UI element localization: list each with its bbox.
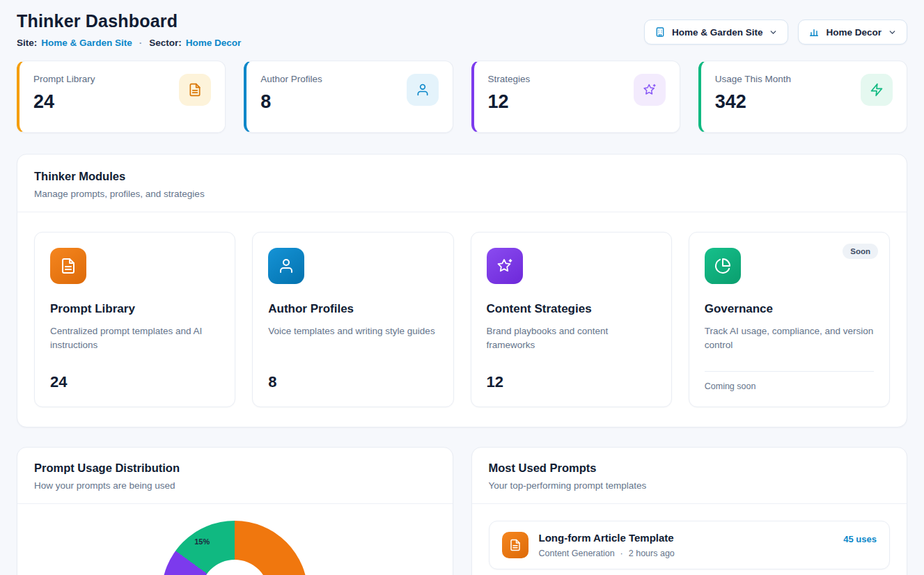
module-description: Centralized prompt templates and AI inst…: [50, 324, 219, 353]
bar-chart-icon: [808, 26, 820, 38]
pie-chart-icon: [705, 248, 741, 284]
stat-cards-row: Prompt Library 24 Author Profiles 8 Stra…: [17, 61, 907, 133]
divider: [705, 371, 874, 372]
module-count: 24: [50, 373, 219, 391]
sparkle-star-icon: [634, 74, 666, 106]
modules-subtitle: Manage prompts, profiles, and strategies: [34, 189, 890, 199]
stat-value: 24: [33, 91, 95, 113]
stat-value: 8: [260, 91, 322, 113]
chevron-down-icon: [888, 28, 897, 37]
sector-label: Sector:: [149, 38, 182, 48]
lightning-icon: [861, 74, 893, 106]
divider: [472, 503, 907, 504]
header: Thinker Dashboard Site: Home & Garden Si…: [17, 11, 907, 48]
stat-label: Prompt Library: [33, 74, 95, 84]
stat-label: Author Profiles: [260, 74, 322, 84]
stat-card-prompt-library: Prompt Library 24: [17, 61, 226, 133]
stat-card-strategies: Strategies 12: [471, 61, 680, 133]
site-selector-button[interactable]: Home & Garden Site: [644, 19, 789, 45]
user-icon: [407, 74, 439, 106]
module-title: Governance: [705, 302, 874, 316]
breadcrumb-separator: ·: [139, 38, 143, 48]
site-selector-label: Home & Garden Site: [672, 27, 763, 38]
modules-title: Thinker Modules: [34, 170, 890, 183]
building-icon: [655, 26, 666, 38]
user-icon: [268, 248, 304, 284]
thinker-modules-section: Thinker Modules Manage prompts, profiles…: [17, 154, 907, 427]
prompts-panel-title: Most Used Prompts: [489, 462, 891, 475]
stat-text: Usage This Month 342: [715, 74, 791, 120]
donut-chart-wrap: 15%: [162, 521, 308, 575]
sparkle-star-icon: [487, 248, 523, 284]
stat-text: Strategies 12: [488, 74, 531, 120]
soon-badge: Soon: [843, 244, 878, 259]
stat-value: 12: [488, 91, 531, 113]
coming-soon-text: Coming soon: [705, 381, 874, 391]
page-title: Thinker Dashboard: [17, 11, 241, 31]
chevron-down-icon: [769, 28, 778, 37]
breadcrumb: Site: Home & Garden Site · Sector: Home …: [17, 38, 241, 48]
prompt-item-category: Content Generation: [539, 549, 615, 558]
document-icon: [50, 248, 86, 284]
stat-label: Usage This Month: [715, 74, 791, 84]
prompt-usage-panel: Prompt Usage Distribution How your promp…: [17, 447, 453, 575]
header-selectors: Home & Garden Site Home Decor: [644, 19, 907, 45]
stat-text: Prompt Library 24: [33, 74, 95, 120]
stat-value: 342: [715, 91, 791, 113]
donut-slice-label: 15%: [194, 537, 210, 546]
most-used-prompts-panel: Most Used Prompts Your top-performing pr…: [471, 447, 908, 575]
usage-panel-title: Prompt Usage Distribution: [34, 462, 436, 475]
modules-header: Thinker Modules Manage prompts, profiles…: [17, 155, 907, 212]
sector-link[interactable]: Home Decor: [186, 38, 242, 48]
prompt-item-time: 2 hours ago: [629, 549, 675, 558]
module-title: Content Strategies: [487, 302, 656, 316]
module-title: Prompt Library: [50, 302, 219, 316]
module-description: Voice templates and writing style guides: [268, 324, 437, 338]
module-count: 12: [487, 373, 656, 391]
prompts-panel-header: Most Used Prompts Your top-performing pr…: [472, 448, 907, 503]
usage-panel-header: Prompt Usage Distribution How your promp…: [17, 448, 453, 503]
list-item-prompt[interactable]: Long-form Article Template Content Gener…: [489, 521, 891, 569]
meta-separator: ·: [620, 549, 623, 558]
prompt-item-text: Long-form Article Template Content Gener…: [539, 532, 833, 558]
module-count: 8: [268, 373, 437, 391]
sector-selector-label: Home Decor: [826, 27, 882, 38]
site-link[interactable]: Home & Garden Site: [41, 38, 132, 48]
sector-selector-button[interactable]: Home Decor: [798, 19, 907, 45]
module-card-governance[interactable]: Soon Governance Track AI usage, complian…: [689, 232, 890, 407]
header-left: Thinker Dashboard Site: Home & Garden Si…: [17, 11, 241, 48]
document-icon: [502, 532, 528, 558]
site-label: Site:: [17, 38, 37, 48]
dashboard-page: Thinker Dashboard Site: Home & Garden Si…: [0, 0, 924, 575]
modules-grid: Prompt Library Centralized prompt templa…: [17, 212, 907, 427]
module-title: Author Profiles: [268, 302, 437, 316]
stat-text: Author Profiles 8: [260, 74, 322, 120]
module-card-prompt-library[interactable]: Prompt Library Centralized prompt templa…: [34, 232, 235, 407]
bottom-panels: Prompt Usage Distribution How your promp…: [17, 447, 907, 575]
prompt-item-title: Long-form Article Template: [539, 532, 833, 544]
module-description: Brand playbooks and content frameworks: [487, 324, 656, 353]
module-description: Track AI usage, compliance, and version …: [705, 324, 874, 353]
prompt-item-uses: 45 uses: [843, 534, 877, 544]
stat-card-author-profiles: Author Profiles 8: [244, 61, 453, 133]
divider: [17, 503, 453, 504]
module-card-content-strategies[interactable]: Content Strategies Brand playbooks and c…: [471, 232, 672, 407]
stat-label: Strategies: [488, 74, 531, 84]
prompts-panel-subtitle: Your top-performing prompt templates: [489, 480, 891, 491]
usage-panel-subtitle: How your prompts are being used: [34, 480, 436, 491]
module-card-author-profiles[interactable]: Author Profiles Voice templates and writ…: [252, 232, 453, 407]
document-icon: [179, 74, 211, 106]
prompt-item-meta: Content Generation · 2 hours ago: [539, 549, 833, 558]
stat-card-usage: Usage This Month 342: [698, 61, 907, 133]
